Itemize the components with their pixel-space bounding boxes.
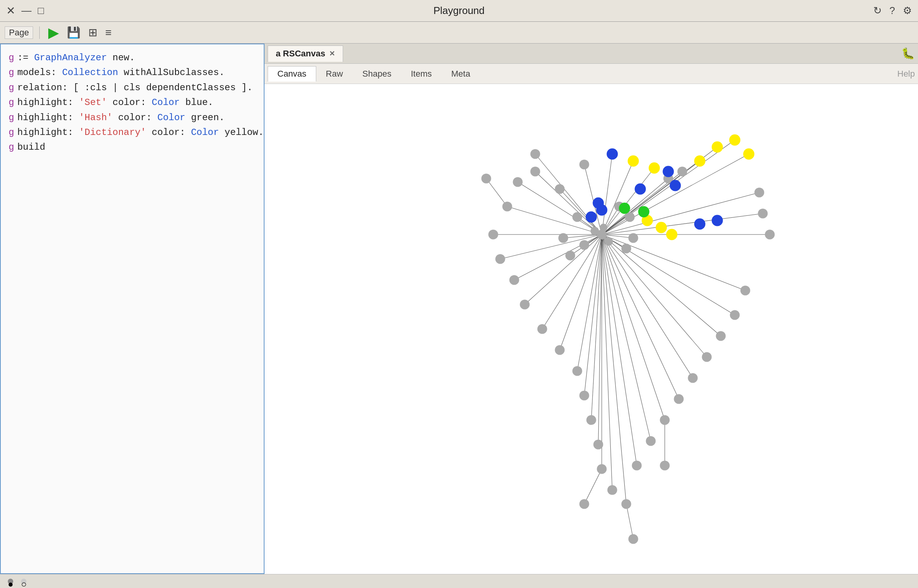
help-button[interactable]: Help — [897, 69, 915, 79]
svg-line-17 — [514, 234, 602, 280]
svg-point-62 — [572, 366, 582, 376]
canvas-drawing-area[interactable] — [265, 84, 918, 574]
tab-bar: a RSCanvas ✕ 🐛 — [265, 44, 918, 64]
svg-point-61 — [555, 345, 564, 355]
svg-point-89 — [513, 177, 522, 187]
svg-point-112 — [670, 180, 681, 191]
canvas-tab-file[interactable]: a RSCanvas ✕ — [268, 46, 343, 62]
statusbar: ● ○ — [0, 574, 918, 588]
svg-point-68 — [579, 499, 589, 509]
svg-point-80 — [625, 212, 634, 222]
code-prefix: g — [9, 80, 14, 95]
code-editor[interactable]: g := GraphAnalyzer new. g models: Collec… — [1, 44, 264, 573]
svg-point-106 — [712, 142, 723, 153]
subtab-shapes[interactable]: Shapes — [353, 66, 401, 81]
code-prefix: g — [9, 125, 14, 140]
svg-point-75 — [716, 331, 725, 341]
tab-close-button[interactable]: ✕ — [329, 49, 335, 58]
svg-point-66 — [597, 464, 606, 474]
svg-point-111 — [663, 166, 674, 177]
svg-point-87 — [530, 149, 540, 159]
svg-point-85 — [628, 233, 638, 243]
settings-icon[interactable]: ⚙ — [903, 5, 912, 17]
help-icon[interactable]: ? — [890, 5, 895, 17]
subtab-meta[interactable]: Meta — [441, 66, 480, 81]
code-content: highlight: 'Set' color: Color blue. — [17, 95, 213, 110]
svg-point-74 — [702, 352, 711, 362]
code-line: g relation: [ :cls | cls dependentClasse… — [9, 80, 256, 95]
svg-point-113 — [635, 184, 646, 195]
svg-point-102 — [649, 163, 660, 174]
svg-point-96 — [590, 227, 599, 235]
svg-point-73 — [688, 373, 697, 383]
svg-point-65 — [593, 439, 603, 449]
svg-point-63 — [579, 390, 589, 400]
svg-line-49 — [584, 469, 602, 504]
main-area: g := GraphAnalyzer new. g models: Collec… — [0, 44, 918, 574]
code-prefix: g — [9, 51, 14, 65]
svg-point-88 — [765, 229, 774, 239]
svg-point-52 — [555, 184, 564, 194]
code-line: g highlight: 'Hash' color: Color green. — [9, 110, 256, 125]
svg-point-57 — [495, 254, 505, 264]
code-content: relation: [ :cls | cls dependentClasses … — [17, 80, 252, 95]
svg-line-50 — [626, 504, 633, 539]
svg-point-109 — [666, 229, 678, 240]
svg-point-76 — [730, 310, 739, 320]
svg-point-103 — [694, 156, 706, 167]
menu-button[interactable]: ≡ — [103, 26, 114, 40]
svg-point-119 — [619, 203, 630, 214]
svg-point-83 — [558, 233, 568, 243]
graph-visualization — [265, 84, 918, 574]
minimize-button[interactable]: — — [21, 5, 32, 17]
titlebar-right: ↻ ? ⚙ — [873, 5, 912, 17]
maximize-button[interactable]: □ — [38, 5, 44, 17]
titlebar-controls: ✕ — □ — [6, 4, 44, 17]
svg-point-53 — [530, 166, 540, 176]
code-prefix: g — [9, 140, 14, 155]
svg-point-92 — [628, 534, 638, 544]
svg-line-51 — [486, 178, 507, 206]
run-button[interactable]: ▶ — [46, 24, 61, 42]
status-dot-1: ● — [8, 579, 13, 584]
code-line: g models: Collection withAllSubclasses. — [9, 65, 256, 80]
svg-line-11 — [602, 154, 749, 234]
svg-point-69 — [632, 460, 641, 470]
code-prefix: g — [9, 110, 14, 125]
svg-point-81 — [572, 212, 582, 222]
code-prefix: g — [9, 65, 14, 80]
svg-point-60 — [537, 324, 547, 334]
svg-point-82 — [579, 240, 589, 250]
subtab-raw[interactable]: Raw — [316, 66, 353, 81]
svg-line-1 — [535, 172, 602, 234]
svg-point-110 — [607, 149, 618, 160]
code-editor-panel: g := GraphAnalyzer new. g models: Collec… — [0, 44, 265, 574]
titlebar: ✕ — □ Playground ↻ ? ⚙ — [0, 0, 918, 22]
svg-line-31 — [602, 234, 679, 399]
svg-point-108 — [656, 222, 667, 233]
svg-point-90 — [481, 173, 491, 183]
subtab-items[interactable]: Items — [401, 66, 441, 81]
close-button[interactable]: ✕ — [6, 4, 15, 17]
window-title: Playground — [433, 5, 485, 17]
svg-line-35 — [602, 234, 735, 315]
code-line: g highlight: 'Set' color: Color blue. — [9, 95, 256, 110]
svg-line-18 — [525, 234, 602, 304]
svg-point-86 — [621, 243, 631, 253]
svg-line-27 — [602, 234, 626, 504]
save-button[interactable]: 💾 — [65, 25, 83, 40]
svg-point-71 — [660, 415, 669, 425]
tab-extra-icon[interactable]: 🐛 — [901, 47, 915, 60]
svg-line-34 — [602, 234, 721, 336]
tab-name: a RSCanvas — [276, 49, 325, 59]
svg-point-54 — [579, 159, 589, 169]
refresh-icon[interactable]: ↻ — [873, 5, 882, 17]
subtab-canvas[interactable]: Canvas — [268, 66, 316, 82]
toolbar-separator — [39, 26, 40, 39]
svg-point-67 — [607, 485, 617, 495]
svg-point-100 — [758, 208, 767, 218]
canvas-panel: a RSCanvas ✕ 🐛 Canvas Raw Shapes Items M… — [265, 44, 918, 574]
svg-point-91 — [660, 460, 669, 470]
svg-point-118 — [712, 215, 723, 226]
grid-button[interactable]: ⊞ — [86, 25, 100, 40]
